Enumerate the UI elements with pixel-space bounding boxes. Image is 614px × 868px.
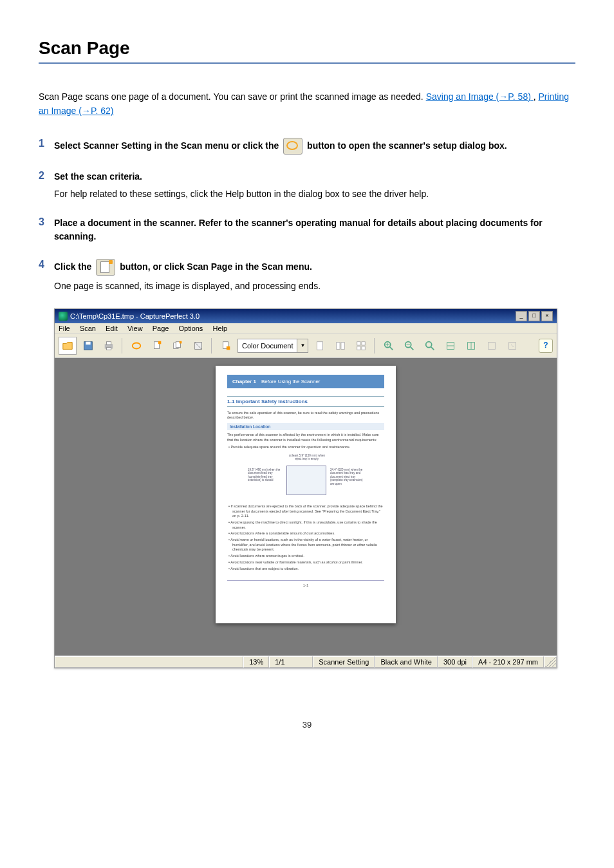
- app-icon: [59, 312, 68, 321]
- menubar: File Scan Edit View Page Options Help: [55, 323, 557, 334]
- save-icon[interactable]: [79, 337, 97, 355]
- svg-rect-3: [106, 341, 111, 344]
- doc-bullet: • If scanned documents are ejected to th…: [227, 504, 384, 519]
- doc-chapter-title: Before Using the Scanner: [261, 379, 321, 384]
- doc-bullet: • Avoid locations that are subject to vi…: [227, 567, 384, 572]
- scan-page-icon: [96, 259, 115, 276]
- svg-rect-19: [362, 341, 365, 344]
- status-scanner-setting: Scanner Setting: [313, 656, 375, 668]
- svg-rect-10: [180, 341, 182, 343]
- svg-rect-16: [337, 342, 340, 349]
- step-number: 1: [39, 138, 54, 149]
- svg-rect-20: [357, 346, 360, 349]
- print-icon[interactable]: [100, 337, 118, 355]
- scan-batch-icon[interactable]: [169, 337, 187, 355]
- svg-rect-7: [158, 341, 162, 344]
- svg-rect-4: [106, 347, 111, 350]
- doc-subheading: Installation Location: [227, 423, 384, 430]
- doc-bullet: • Avoid locations where ammonia gas is e…: [227, 554, 384, 559]
- job-icon[interactable]: [217, 337, 235, 355]
- app-screenshot: C:\Temp\Cp31E.tmp - CapturePerfect 3.0 _…: [54, 308, 557, 668]
- svg-line-23: [390, 346, 393, 350]
- menu-page[interactable]: Page: [153, 325, 169, 332]
- toolbar: Color Document ▼: [55, 334, 557, 358]
- step-4-body: One page is scanned, its image is displa…: [54, 279, 575, 293]
- intro-text: Scan Page scans one page of a document. …: [39, 91, 426, 102]
- fit-actual-icon[interactable]: [483, 337, 501, 355]
- minimize-button[interactable]: _: [516, 311, 527, 321]
- scan-setting-icon[interactable]: [127, 337, 145, 355]
- maximize-button[interactable]: □: [528, 311, 540, 321]
- titlebar: C:\Temp\Cp31E.tmp - CapturePerfect 3.0 _…: [55, 309, 557, 323]
- step-1: 1 Select Scanner Setting in the Scan men…: [39, 138, 575, 155]
- resize-grip[interactable]: [544, 656, 557, 668]
- fit-page-icon[interactable]: [462, 337, 480, 355]
- status-color-mode: Black and White: [375, 656, 437, 668]
- menu-scan[interactable]: Scan: [80, 325, 96, 332]
- svg-point-5: [133, 343, 141, 348]
- scan-job-icon[interactable]: [189, 337, 207, 355]
- toolbar-separator: [122, 338, 124, 354]
- svg-line-30: [431, 346, 434, 350]
- zoom-out-icon[interactable]: [400, 337, 418, 355]
- preview-area: Chapter 1 Before Using the Scanner 1-1 I…: [55, 358, 557, 656]
- intro-paragraph: Scan Page scans one page of a document. …: [39, 90, 575, 118]
- doc-bullet: • Provide adequate space around the scan…: [227, 445, 384, 450]
- zoom-fit-icon[interactable]: [421, 337, 439, 355]
- step-1-text-b: button to open the scanner's setup dialo…: [307, 140, 507, 150]
- menu-help[interactable]: Help: [212, 325, 227, 332]
- status-page: 1/1: [269, 656, 313, 668]
- page-title: Scan Page: [39, 38, 575, 59]
- doc-paragraph: To ensure the safe operation of this sca…: [227, 411, 384, 420]
- svg-rect-18: [357, 341, 360, 344]
- grid2-icon[interactable]: [331, 337, 349, 355]
- status-zoom: 13%: [243, 656, 269, 668]
- svg-rect-1: [86, 341, 90, 344]
- close-button[interactable]: ×: [541, 311, 553, 321]
- menu-view[interactable]: View: [127, 325, 143, 332]
- intro-sep: ,: [534, 91, 539, 102]
- status-paper-size: A4 - 210 x 297 mm: [472, 656, 544, 668]
- doc-bullet: • Avoid warm or humid locations, such as…: [227, 538, 384, 552]
- zoom-in-icon[interactable]: [380, 337, 398, 355]
- menu-edit[interactable]: Edit: [106, 325, 118, 332]
- step-2-body: For help related to these settings, clic…: [54, 187, 575, 201]
- step-number: 3: [39, 216, 54, 228]
- doc-bullet: • Avoid locations where a considerable a…: [227, 531, 384, 536]
- diagram-label-right: 24.4" (620 mm) when the document feed tr…: [330, 468, 364, 486]
- menu-file[interactable]: File: [59, 325, 70, 332]
- step-4: 4 Click the button, or click Scan Page i…: [39, 259, 575, 293]
- doc-diagram: at least 5.9" (150 mm) when eject tray i…: [248, 454, 364, 500]
- doc-chapter-label: Chapter 1: [232, 379, 256, 384]
- help-button[interactable]: ?: [539, 339, 553, 353]
- svg-rect-17: [341, 342, 344, 349]
- doc-section-title: 1-1 Important Safety Instructions: [227, 396, 384, 407]
- step-1-text-a: Select Scanner Setting in the Scan menu …: [54, 140, 281, 150]
- step-2: 2 Set the scan criteria. For help relate…: [39, 170, 575, 201]
- page-icon[interactable]: [311, 337, 329, 355]
- step-4-text-a: Click the: [54, 261, 94, 271]
- menu-options[interactable]: Options: [178, 325, 203, 332]
- link-saving-image[interactable]: Saving an Image (→P. 58): [426, 91, 534, 102]
- color-mode-dropdown[interactable]: Color Document ▼: [237, 339, 308, 353]
- fit-width-icon[interactable]: [442, 337, 460, 355]
- svg-rect-21: [362, 346, 365, 349]
- step-3-title: Place a document in the scanner. Refer t…: [54, 218, 543, 241]
- scan-page-toolbar-icon[interactable]: [148, 337, 166, 355]
- dropdown-value: Color Document: [238, 342, 297, 350]
- step-4-text-b: button, or click Scan Page in the Scan m…: [120, 261, 312, 271]
- svg-rect-14: [227, 346, 230, 349]
- grid4-icon[interactable]: [352, 337, 370, 355]
- doc-footer: 1-1: [227, 580, 384, 587]
- diagram-label-left: 19.3" (490 mm) when the document feed tr…: [248, 468, 281, 482]
- svg-line-27: [411, 346, 414, 350]
- toolbar-separator: [374, 338, 376, 354]
- scanner-setting-icon: [283, 138, 302, 155]
- step-2-title: Set the scan criteria.: [54, 171, 142, 182]
- rotate-icon[interactable]: [503, 337, 521, 355]
- diagram-label-top: at least 5.9" (150 mm) when eject tray i…: [288, 454, 326, 461]
- open-icon[interactable]: [59, 337, 77, 355]
- svg-rect-15: [317, 341, 323, 350]
- svg-point-29: [426, 341, 432, 347]
- toolbar-separator: [211, 338, 213, 354]
